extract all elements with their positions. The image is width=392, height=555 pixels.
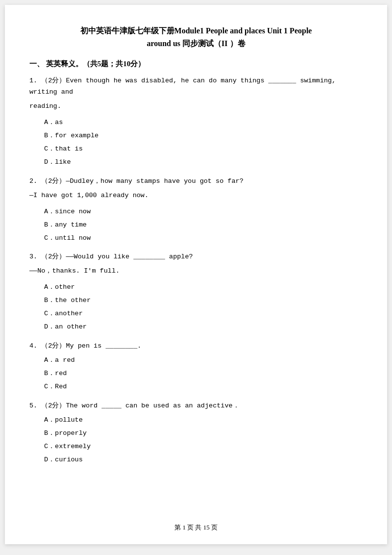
q4-text: 4. （2分）My pen is ________.	[29, 341, 363, 352]
q4-option-c: C．Red	[44, 381, 363, 393]
section1-header: 一、 英英释义。（共5题；共10分）	[29, 59, 363, 69]
q1-continuation: reading.	[29, 101, 363, 112]
page-footer: 第 1 页 共 15 页	[5, 523, 387, 532]
q3-option-d: D．an other	[44, 322, 363, 333]
q2-continuation: —I have got 1,000 already now.	[29, 190, 363, 202]
q4-option-a: A．a red	[44, 355, 363, 366]
q3-continuation: ——No，thanks. I'm full.	[29, 266, 363, 277]
q4-options: A．a red B．red C．Red	[29, 355, 363, 393]
q5-text: 5. （2分）The word _____ can be used as an …	[29, 401, 363, 412]
q5-option-c: C．extremely	[44, 441, 363, 453]
q1-option-a: A．as	[44, 117, 363, 128]
page-title: 初中英语牛津版七年级下册Module1 People and places Un…	[29, 25, 363, 50]
q1-text: 1. （2分）Even though he was disabled, he c…	[29, 76, 363, 98]
q5-option-a: A．pollute	[44, 415, 363, 426]
q5-options: A．pollute B．properly C．extremely D．curio…	[29, 415, 363, 466]
q1-option-d: D．like	[44, 157, 363, 168]
question-1: 1. （2分）Even though he was disabled, he c…	[29, 76, 363, 168]
q2-options: A．since now B．any time C．until now	[29, 206, 363, 244]
q3-text: 3. （2分）——Would you like ________ apple?	[29, 252, 363, 263]
q1-option-c: C．that is	[44, 144, 363, 155]
q3-option-a: A．other	[44, 282, 363, 293]
question-3: 3. （2分）——Would you like ________ apple? …	[29, 252, 363, 333]
q1-options: A．as B．for example C．that is D．like	[29, 117, 363, 168]
exam-page: 初中英语牛津版七年级下册Module1 People and places Un…	[5, 5, 387, 544]
q2-option-c: C．until now	[44, 233, 363, 244]
q5-option-b: B．properly	[44, 428, 363, 439]
q4-option-b: B．red	[44, 368, 363, 379]
q3-options: A．other B．the other C．another D．an other	[29, 282, 363, 333]
question-5: 5. （2分）The word _____ can be used as an …	[29, 401, 363, 466]
q3-option-c: C．another	[44, 308, 363, 320]
q2-text: 2. （2分）—Dudley，how many stamps have you …	[29, 176, 363, 187]
q1-option-b: B．for example	[44, 130, 363, 142]
q5-option-d: D．curious	[44, 454, 363, 466]
q3-option-b: B．the other	[44, 295, 363, 306]
question-2: 2. （2分）—Dudley，how many stamps have you …	[29, 176, 363, 244]
q2-option-a: A．since now	[44, 206, 363, 218]
q2-option-b: B．any time	[44, 220, 363, 231]
question-4: 4. （2分）My pen is ________. A．a red B．red…	[29, 341, 363, 393]
